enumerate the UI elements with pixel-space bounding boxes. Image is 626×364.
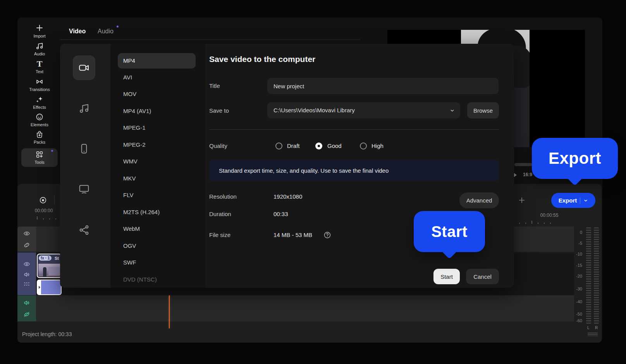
sidebar-item-tools[interactable]: Tools xyxy=(21,148,58,167)
export-button[interactable]: Export xyxy=(551,193,595,208)
add-track-plus-icon[interactable] xyxy=(518,196,526,204)
chevron-down-icon xyxy=(450,108,455,113)
sidebar-item-elements[interactable]: Elements xyxy=(21,113,58,127)
dialog-category-rail xyxy=(60,44,110,288)
format-item[interactable]: MKV xyxy=(123,174,197,183)
format-item[interactable]: MPEG-2 xyxy=(123,141,197,149)
tools-notification-dot xyxy=(51,150,53,152)
sidebar-item-transitions[interactable]: Transitions xyxy=(21,77,58,92)
format-item[interactable]: MOV xyxy=(123,90,197,98)
aspect-ratio-label[interactable]: 16:9 xyxy=(523,172,532,177)
start-callout-bubble: Start xyxy=(414,211,485,252)
meter-scale-label: -50 xyxy=(569,312,582,316)
ruler-ticks xyxy=(519,220,551,224)
section-divider xyxy=(209,129,499,130)
format-item[interactable]: WMV xyxy=(123,157,197,166)
video-clip[interactable]: fx · 1 St xyxy=(37,254,62,278)
sidebar-item-label: Tools xyxy=(34,160,45,165)
audio-tab-notification-dot xyxy=(117,26,119,27)
sidebar-item-audio[interactable]: Audio xyxy=(21,42,58,56)
speaker-icon[interactable] xyxy=(23,271,30,278)
smiley-icon xyxy=(35,113,44,121)
bag-icon xyxy=(35,130,44,139)
format-item[interactable]: AVI xyxy=(123,73,197,82)
category-share[interactable] xyxy=(78,224,90,236)
category-video-selected[interactable] xyxy=(73,55,95,80)
category-device[interactable] xyxy=(78,143,90,155)
sidebar-item-label: Import xyxy=(33,34,45,38)
format-item[interactable]: M2TS (H.264) xyxy=(123,208,197,216)
sidebar-item-text[interactable]: T Text xyxy=(21,60,58,74)
waveform-hidden-icon[interactable] xyxy=(23,311,30,318)
format-item[interactable]: MP4 (AV1) xyxy=(123,107,197,115)
category-audio[interactable] xyxy=(78,103,90,114)
sidebar-item-label: Text xyxy=(36,69,43,74)
eye-icon[interactable] xyxy=(23,230,30,237)
meter-scale-label: -60 xyxy=(569,318,582,323)
audio-meter-left xyxy=(586,227,591,324)
radio-draft[interactable] xyxy=(275,143,282,149)
radio-high[interactable] xyxy=(360,143,367,149)
banner-text: Standard export time, size, and quality.… xyxy=(219,167,389,174)
link-icon[interactable] xyxy=(23,242,30,249)
export-button-label: Export xyxy=(559,197,577,204)
meter-scale-label: -5 xyxy=(569,241,582,246)
duration-value: 00:33 xyxy=(273,210,288,218)
sparkles-icon xyxy=(35,95,44,104)
playhead[interactable] xyxy=(169,295,170,328)
title-input[interactable] xyxy=(267,78,499,94)
help-question-icon[interactable] xyxy=(323,231,331,239)
clip-audio-bar[interactable] xyxy=(37,280,62,295)
browse-button[interactable]: Browse xyxy=(467,102,499,118)
app-window: Import Audio T Text Transitions Effects … xyxy=(0,0,626,364)
track3-content[interactable] xyxy=(36,295,574,321)
ruler-ticks xyxy=(37,216,56,220)
preview-seekbar[interactable] xyxy=(514,163,532,166)
format-list: MP4 AVI MOV MP4 (AV1) MPEG-1 MPEG-2 WMV … xyxy=(110,44,205,288)
format-item[interactable]: SWF xyxy=(123,258,197,267)
title-field-label: Title xyxy=(209,82,220,90)
eye-icon[interactable] xyxy=(23,261,30,268)
format-item[interactable]: MPEG-1 xyxy=(123,124,197,132)
export-button-divider xyxy=(580,197,580,204)
category-tv[interactable] xyxy=(78,183,90,195)
sidebar-item-label: Effects xyxy=(33,105,46,110)
clip-trim-handle[interactable] xyxy=(38,280,41,294)
meter-settings-icon[interactable] xyxy=(588,333,598,336)
radio-good[interactable] xyxy=(315,143,322,149)
tab-audio[interactable]: Audio xyxy=(98,28,114,35)
sidebar-item-effects[interactable]: Effects xyxy=(21,95,58,110)
format-item[interactable]: FLV xyxy=(123,191,197,199)
save-to-value: C:\Users\Videos\Movavi Library xyxy=(273,107,355,113)
sidebar-item-import[interactable]: Import xyxy=(21,23,58,38)
advanced-button[interactable]: Advanced xyxy=(459,192,499,208)
meter-scale-label: -20 xyxy=(569,274,582,278)
cancel-button[interactable]: Cancel xyxy=(466,269,499,284)
play-icon[interactable] xyxy=(514,173,517,177)
save-to-select[interactable]: C:\Users\Videos\Movavi Library xyxy=(267,102,460,118)
smartphone-icon xyxy=(78,143,90,155)
format-item[interactable]: DVD (NTSC) xyxy=(123,275,197,284)
handle-arrow-icon xyxy=(39,286,40,289)
duration-label: Duration xyxy=(209,210,231,218)
radio-draft-label[interactable]: Draft xyxy=(287,142,300,150)
motion-dots-icon[interactable] xyxy=(23,282,30,287)
dialog-heading: Save video to the computer xyxy=(209,55,315,64)
track3-header xyxy=(17,295,36,321)
radio-good-label[interactable]: Good xyxy=(327,142,342,150)
format-item[interactable]: WebM xyxy=(123,225,197,233)
start-button[interactable]: Start xyxy=(433,269,460,284)
meter-channel-label: L xyxy=(587,326,590,330)
tab-video[interactable]: Video xyxy=(69,28,86,35)
project-length-label: Project length: 00:33 xyxy=(22,331,72,337)
format-item-selected[interactable]: MP4 xyxy=(118,53,196,69)
sidebar-item-packs[interactable]: Packs xyxy=(21,130,58,144)
speaker-icon[interactable] xyxy=(23,299,30,306)
meter-scale-label: -40 xyxy=(569,299,582,304)
record-icon[interactable] xyxy=(39,196,47,204)
format-item[interactable]: OGV xyxy=(123,242,197,250)
timeline-timecode-left: 00:00:00 xyxy=(28,208,59,213)
radio-high-label[interactable]: High xyxy=(371,142,384,150)
export-callout-bubble: Export xyxy=(532,138,618,179)
toolbar-divider xyxy=(54,196,55,204)
